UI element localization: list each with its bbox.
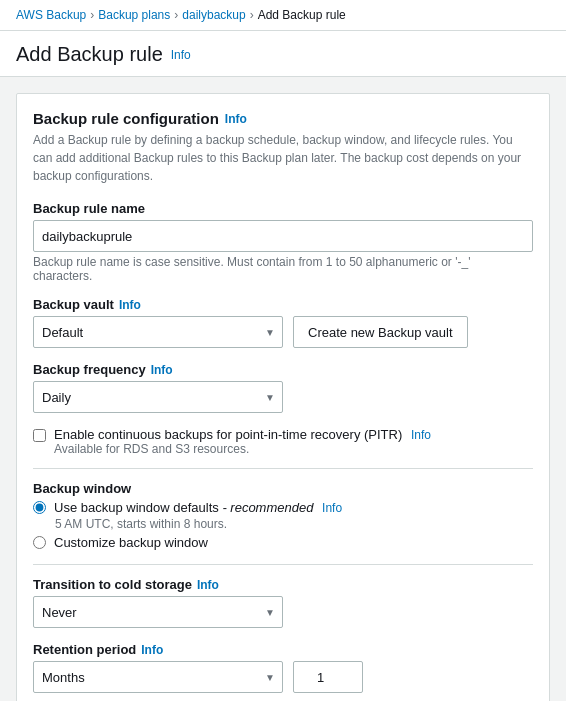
backup-window-info-link[interactable]: Info xyxy=(322,501,342,515)
use-defaults-radio-row: Use backup window defaults - recommended… xyxy=(33,500,533,515)
vault-select-wrapper: Default ▼ xyxy=(33,316,283,348)
rule-name-input[interactable] xyxy=(33,220,533,252)
use-defaults-sublabel: 5 AM UTC, starts within 8 hours. xyxy=(55,517,533,531)
page-header: Add Backup rule Info xyxy=(0,31,566,77)
rule-name-label: Backup rule name xyxy=(33,201,533,216)
vault-select[interactable]: Default xyxy=(33,316,283,348)
use-defaults-radio[interactable] xyxy=(33,501,46,514)
cold-storage-select-wrapper: Never Days Weeks Months Years ▼ xyxy=(33,596,283,628)
rule-name-hint: Backup rule name is case sensitive. Must… xyxy=(33,255,533,283)
continuous-backup-checkbox[interactable] xyxy=(33,429,46,442)
section-title: Backup rule configuration Info xyxy=(33,110,533,127)
frequency-group: Backup frequency Info Daily Weekly Month… xyxy=(33,362,533,413)
breadcrumb-sep-3: › xyxy=(250,8,254,22)
backup-window-radio-group: Use backup window defaults - recommended… xyxy=(33,500,533,550)
retention-number-input[interactable] xyxy=(293,661,363,693)
vault-info-link[interactable]: Info xyxy=(119,298,141,312)
section-title-text: Backup rule configuration xyxy=(33,110,219,127)
retention-group: Retention period Info Days Weeks Months … xyxy=(33,642,533,693)
vault-group: Backup vault Info Default ▼ Create new B… xyxy=(33,297,533,348)
frequency-info-link[interactable]: Info xyxy=(151,363,173,377)
cold-storage-select[interactable]: Never Days Weeks Months Years xyxy=(33,596,283,628)
breadcrumb: AWS Backup › Backup plans › dailybackup … xyxy=(0,0,566,31)
breadcrumb-aws-backup[interactable]: AWS Backup xyxy=(16,8,86,22)
customize-label: Customize backup window xyxy=(54,535,208,550)
create-vault-button[interactable]: Create new Backup vault xyxy=(293,316,468,348)
section-description: Add a Backup rule by defining a backup s… xyxy=(33,131,533,185)
use-defaults-label: Use backup window defaults - recommended… xyxy=(54,500,342,515)
cold-storage-info-link[interactable]: Info xyxy=(197,578,219,592)
continuous-backup-sublabel: Available for RDS and S3 resources. xyxy=(54,442,431,456)
continuous-backup-row: Enable continuous backups for point-in-t… xyxy=(33,427,533,456)
divider-1 xyxy=(33,468,533,469)
frequency-label: Backup frequency Info xyxy=(33,362,533,377)
continuous-backup-info-link[interactable]: Info xyxy=(411,428,431,442)
rule-name-group: Backup rule name Backup rule name is cas… xyxy=(33,201,533,283)
breadcrumb-current: Add Backup rule xyxy=(258,8,346,22)
frequency-select-wrapper: Daily Weekly Monthly Custom cron express… xyxy=(33,381,283,413)
retention-select[interactable]: Days Weeks Months Years xyxy=(33,661,283,693)
divider-2 xyxy=(33,564,533,565)
customize-radio[interactable] xyxy=(33,536,46,549)
continuous-backup-label: Enable continuous backups for point-in-t… xyxy=(54,427,431,442)
customize-radio-row: Customize backup window xyxy=(33,535,533,550)
section-card: Backup rule configuration Info Add a Bac… xyxy=(16,93,550,701)
retention-label: Retention period Info xyxy=(33,642,533,657)
vault-row: Default ▼ Create new Backup vault xyxy=(33,316,533,348)
vault-label: Backup vault Info xyxy=(33,297,533,312)
breadcrumb-sep-1: › xyxy=(90,8,94,22)
retention-select-wrapper: Days Weeks Months Years ▼ xyxy=(33,661,283,693)
cold-storage-group: Transition to cold storage Info Never Da… xyxy=(33,577,533,628)
breadcrumb-sep-2: › xyxy=(174,8,178,22)
frequency-select[interactable]: Daily Weekly Monthly Custom cron express… xyxy=(33,381,283,413)
page-info-link[interactable]: Info xyxy=(171,48,191,62)
continuous-backup-text: Enable continuous backups for point-in-t… xyxy=(54,427,431,456)
retention-row: Days Weeks Months Years ▼ xyxy=(33,661,533,693)
breadcrumb-backup-plans[interactable]: Backup plans xyxy=(98,8,170,22)
main-content: Backup rule configuration Info Add a Bac… xyxy=(0,77,566,701)
backup-window-group: Backup window Use backup window defaults… xyxy=(33,481,533,550)
backup-window-label: Backup window xyxy=(33,481,533,496)
breadcrumb-dailybackup[interactable]: dailybackup xyxy=(182,8,245,22)
section-info-link[interactable]: Info xyxy=(225,112,247,126)
cold-storage-label: Transition to cold storage Info xyxy=(33,577,533,592)
page-title: Add Backup rule xyxy=(16,43,163,66)
retention-info-link[interactable]: Info xyxy=(141,643,163,657)
